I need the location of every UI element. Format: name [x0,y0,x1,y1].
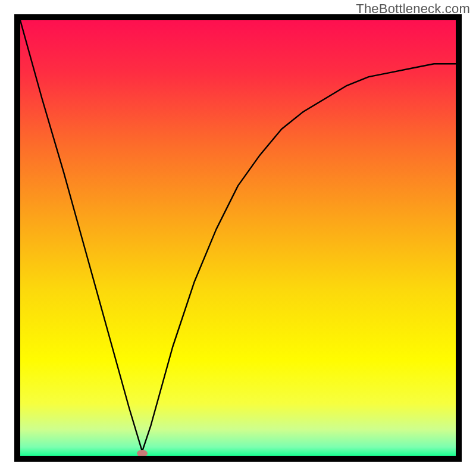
plot-frame [14,14,462,462]
plot-area [20,20,456,456]
watermark-text: TheBottleneck.com [356,1,470,17]
min-point-marker [137,450,148,457]
chart-stage: TheBottleneck.com [0,0,476,476]
svg-rect-0 [20,20,456,456]
background-gradient [20,20,456,456]
